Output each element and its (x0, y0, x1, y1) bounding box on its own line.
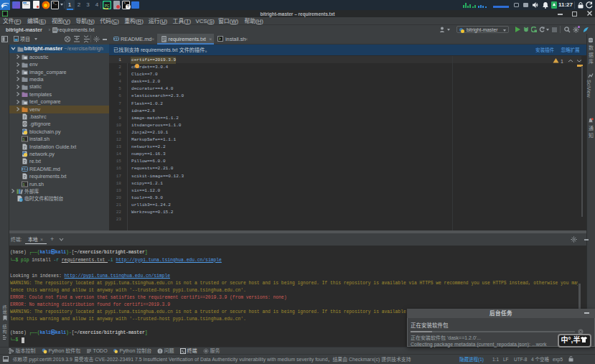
svg-text:1: 1 (561, 59, 563, 64)
svg-text:$: $ (23, 138, 25, 142)
svg-text:PC: PC (105, 4, 110, 8)
svg-text:$: $ (23, 182, 25, 187)
svg-text:i: i (20, 199, 21, 202)
